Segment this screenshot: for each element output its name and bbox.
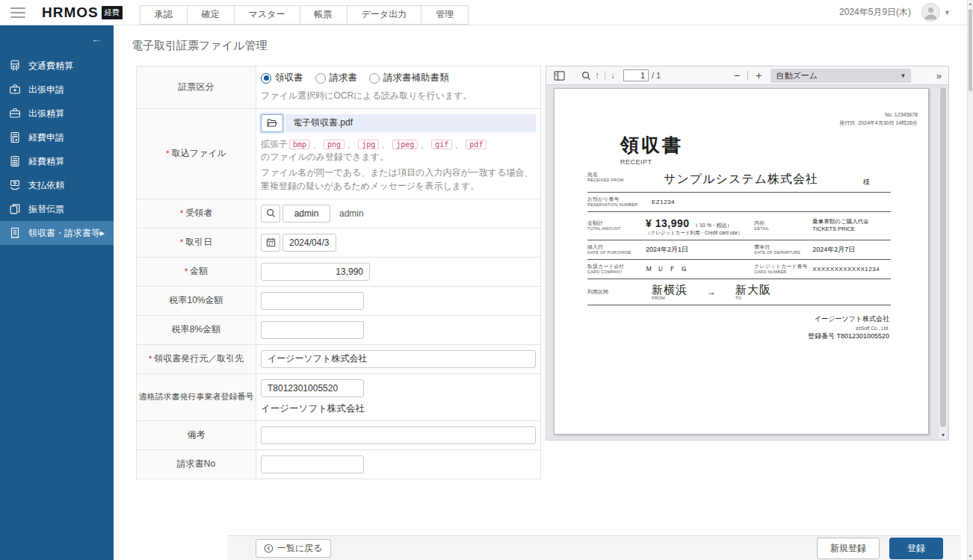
radio-receipt[interactable]: 領収書 [261,72,303,84]
app-logo: HRMOS 経費 [42,4,123,21]
remarks-input[interactable] [261,426,536,444]
tab-confirm[interactable]: 確定 [187,5,235,25]
pdf-sidebar-toggle-icon[interactable] [552,69,566,82]
avatar[interactable] [921,3,940,22]
receipt-issued-label: 発行日 [839,120,855,125]
receipt-addressee-row: 宛名 RECEIVED FROM サンプルシステム株式会社 様 [587,172,891,193]
reg-number-label: 適格請求書発行事業者登録番号 [139,391,254,402]
pdf-search-icon[interactable] [579,69,593,82]
chevron-down-icon[interactable]: ▼ [944,9,951,16]
footer-bar: 一覧に戻る 新規登録 登録 [227,535,961,560]
scroll-up-icon[interactable]: ▲ [968,1,973,6]
amount-input[interactable] [261,263,370,281]
ext-tag-gif: gif [431,140,452,149]
sidebar-item-expense-application[interactable]: 経費申請 [0,125,114,149]
receipt-card-row: 取扱カード会社 CARD COMPANY Ｍ Ｕ Ｆ Ｇ クレジットカード番号 … [587,260,891,279]
brand-suffix-badge: 経費 [102,6,123,19]
issuer-label: 領収書発行元／取引先 [154,352,244,365]
radio-receipt-control[interactable] [261,73,271,84]
window-scrollbar-thumb[interactable] [969,9,972,91]
required-mark: * [149,354,152,364]
pdf-zoom-out-icon[interactable]: − [729,69,744,81]
radio-invoice-control[interactable] [315,73,326,84]
pdf-tools-expand-icon[interactable]: » [936,70,941,81]
transaction-date-input[interactable] [282,234,336,252]
sidebar-item-payment-request[interactable]: 支払依頼 [0,173,114,197]
briefcase-plus-icon [8,83,22,96]
file-label: 取込ファイル [172,147,226,160]
tab-admin[interactable]: 管理 [421,5,469,25]
receipt-issuer-reg: 登録番号 T8012301005520 [587,332,889,342]
sidebar-item-trip-settlement[interactable]: 出張精算 [0,102,114,125]
sidebar-item-transfer-slip[interactable]: 振替伝票 [0,197,114,221]
calculator-plus-icon [8,131,22,144]
pdf-scrollbar[interactable]: ▼ [939,87,947,439]
pdf-scroll-down-icon[interactable]: ▼ [939,432,947,438]
receipt-addressee-suffix: 様 [863,178,870,187]
sidebar-item-trip-application[interactable]: 出張申請 [0,78,114,102]
receipt-card-number: XXXXXXXXXXXX1234 [812,266,880,273]
receipt-total-amount: ¥ 13,990 [646,217,690,229]
radio-invoice-support-label: 請求書補助書類 [383,72,449,84]
sidebar-item-transport-expense[interactable]: 交通費精算 [0,54,114,78]
tab-report[interactable]: 帳票 [300,5,348,25]
tab-data-export[interactable]: データ出力 [347,5,422,25]
remarks-label: 備考 [188,429,206,441]
sidebar-item-label: 支払依頼 [28,179,64,192]
receipt-to-label: TO [735,296,771,301]
entry-form: 証票区分 領収書 請求書 請求書補助書類 ファイル選 [136,66,541,479]
calendar-button[interactable] [261,234,280,252]
file-picker-button[interactable] [261,114,283,132]
radio-invoice-support[interactable]: 請求書補助書類 [369,72,449,84]
receipt-total-detail-row: 金額計 TOTAL AMOUNT ¥ 13,990 （ 10 %・税込） （クレ… [587,212,891,240]
pdf-prev-page-icon[interactable]: ↑ [593,70,602,81]
back-to-list-label: 一覧に戻る [277,542,323,555]
pdf-zoom-select[interactable]: 自動ズーム ▼ [770,69,911,83]
receipt-route-arrow: → [707,287,716,297]
reg-number-input[interactable] [261,379,364,397]
pdf-zoom-in-icon[interactable]: + [751,69,766,81]
ext-tag-jpeg: jpeg [392,140,418,149]
new-registration-button[interactable]: 新規登録 [817,538,880,559]
main-content: 電子取引証票ファイル管理 証票区分 領収書 請求書 請求書補助書類 [114,25,967,560]
sidebar-item-receipts-invoices[interactable]: 領収書・請求書等 ▶ [0,221,114,245]
sidebar-item-label: 経費精算 [28,155,64,168]
back-to-list-button[interactable]: 一覧に戻る [256,539,331,558]
pdf-page-input[interactable] [623,69,649,81]
register-button[interactable]: 登録 [889,538,943,559]
receipt-issuer-name: イージーソフト株式会社 [587,314,889,325]
issuer-input[interactable] [261,350,536,368]
extension-note: 拡張子 bmp、 png、 jpg、 jpeg、 gif、 pdf のファイルの… [261,138,536,164]
pdf-scrollbar-thumb[interactable] [940,87,946,427]
tax8-input[interactable] [261,321,364,339]
window-scrollbar[interactable]: ▲ ▼ [967,0,973,560]
row-remarks: 備考 [137,420,540,449]
tab-approval[interactable]: 承認 [140,5,188,25]
radio-invoice-support-control[interactable] [369,73,380,84]
pdf-page: No. 12345678 発行日 2024年4月30日 14時26分 領収書 R… [554,88,929,435]
invoice-no-input[interactable] [261,455,364,473]
receipt-detail-jp: 乗車券類のご購入代金 [812,218,868,225]
pdf-next-page-icon[interactable]: ↓ [608,70,617,81]
row-invoice-no: 請求書No [137,449,540,479]
ext-prefix: 拡張子 [261,138,288,151]
recipient-search-button[interactable] [261,205,280,223]
selected-file-name[interactable]: 電子領収書.pdf [285,114,536,132]
pdf-canvas-area: No. 12345678 発行日 2024年4月30日 14時26分 領収書 R… [546,85,948,441]
radio-invoice[interactable]: 請求書 [315,72,358,84]
sidebar-item-label: 出張申請 [28,84,64,96]
tab-master[interactable]: マスター [234,5,300,25]
tax10-input[interactable] [261,292,364,310]
row-doc-type: 証票区分 領収書 請求書 請求書補助書類 ファイル選 [137,66,540,108]
sidebar-item-expense-settlement[interactable]: 経費精算 [0,149,114,173]
receipt-addressee-name: サンプルシステム株式会社 [664,172,818,187]
pdf-zoom-value: 自動ズーム [776,70,818,81]
row-amount: * 金額 [137,257,540,286]
recipient-input[interactable] [282,205,330,223]
top-bar-right: 2024年5月9日(木) ▼ [839,3,951,22]
scroll-down-icon[interactable]: ▼ [968,554,973,559]
receipt-meta: No. 12345678 発行日 2024年4月30日 14時26分 [555,111,918,127]
sidebar-collapse-icon[interactable]: ← [0,25,114,48]
hamburger-menu-icon[interactable] [10,7,25,18]
row-transaction-date: * 取引日 [137,228,540,257]
